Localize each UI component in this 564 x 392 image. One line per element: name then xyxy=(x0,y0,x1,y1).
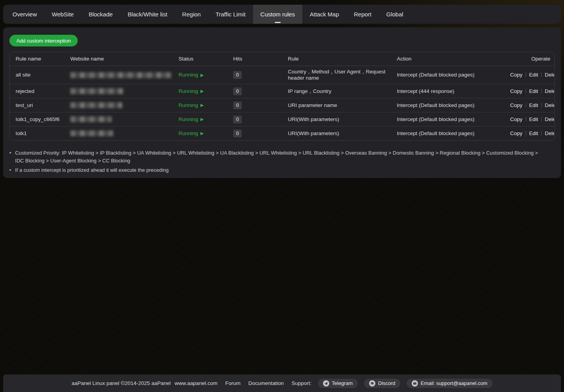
footer-links: www.aapanel.comForumDocumentation xyxy=(175,380,284,386)
tab-label: Traffic Limit xyxy=(216,11,246,18)
play-icon: ▶ xyxy=(200,117,203,121)
operate-divider xyxy=(541,117,542,121)
header-status: Status xyxy=(175,54,230,64)
edit-link[interactable]: Edit xyxy=(529,72,538,78)
notes-list: •Customized Priority: IP Whitelisting > … xyxy=(9,149,542,174)
footer-link-www-aapanel-com[interactable]: www.aapanel.com xyxy=(175,380,218,386)
note-text: Customized Priority: IP Whitelisting > I… xyxy=(15,149,542,165)
header-action: Action xyxy=(394,54,507,64)
footer-link-forum[interactable]: Forum xyxy=(225,380,241,386)
tab-label: Attack Map xyxy=(310,11,339,18)
copy-link[interactable]: Copy xyxy=(510,130,523,136)
tab-website[interactable]: WebSite xyxy=(45,5,81,24)
table-header-row: Rule name Website name Status Hits Rule … xyxy=(10,52,554,66)
tab-overview[interactable]: Overview xyxy=(5,5,45,24)
note-text: If a custom intercept is prioritized ahe… xyxy=(15,166,169,174)
website-name-redacted xyxy=(70,102,122,108)
rule-name-cell: all site xyxy=(12,70,67,80)
add-custom-interception-button[interactable]: Add custom interception xyxy=(9,35,78,46)
tab-label: Overview xyxy=(12,11,37,18)
rule-name-cell: lotk1 xyxy=(12,128,67,139)
delete-link[interactable]: Delete xyxy=(545,116,555,122)
nav-tabs: OverviewWebSiteBlockadeBlack/White listR… xyxy=(5,5,411,24)
status-label: Running xyxy=(178,130,198,137)
footer-link-documentation[interactable]: Documentation xyxy=(248,380,284,386)
website-name-redacted xyxy=(70,116,112,122)
tab-blockade[interactable]: Blockade xyxy=(81,5,120,24)
action-cell: Intercept (Default blocked pages) xyxy=(394,128,507,139)
email-pill[interactable]: Email: support@aapanel.com xyxy=(407,379,493,388)
hits-cell: 0 xyxy=(230,100,285,111)
website-name-redacted xyxy=(70,72,171,78)
rule-cell: IP range，Country xyxy=(285,86,394,96)
status-running-toggle[interactable]: Running▶ xyxy=(178,102,204,109)
copy-link[interactable]: Copy xyxy=(510,116,523,122)
copy-link[interactable]: Copy xyxy=(510,88,523,94)
website-name-cell xyxy=(67,128,175,138)
tab-custom-rules[interactable]: Custom rules xyxy=(253,5,302,24)
status-cell: Running▶ xyxy=(175,114,230,125)
footer-pills: TelegramDiscordEmail: support@aapanel.co… xyxy=(312,379,493,388)
delete-link[interactable]: Delete xyxy=(545,130,555,136)
operate-divider xyxy=(526,89,526,93)
website-name-cell xyxy=(67,86,175,96)
tab-traffic-limit[interactable]: Traffic Limit xyxy=(208,5,253,24)
rule-name-cell: rejected xyxy=(12,86,67,96)
hits-badge: 0 xyxy=(233,87,242,95)
rule-cell: Country，Method，User Agent，Request header… xyxy=(285,67,394,83)
operate-divider xyxy=(526,131,526,135)
telegram-icon xyxy=(323,380,329,387)
copy-link[interactable]: Copy xyxy=(510,102,523,108)
header-website-name: Website name xyxy=(67,54,175,64)
tab-label: Report xyxy=(354,11,371,18)
pill-label: Telegram xyxy=(332,380,353,386)
website-name-redacted xyxy=(70,130,113,136)
edit-link[interactable]: Edit xyxy=(529,102,538,108)
header-rule-name: Rule name xyxy=(12,54,67,64)
action-cell: Intercept (Default blocked pages) xyxy=(394,100,507,110)
bullet-icon: • xyxy=(9,166,11,174)
edit-link[interactable]: Edit xyxy=(529,88,538,94)
status-running-toggle[interactable]: Running▶ xyxy=(178,72,204,78)
tab-label: Global xyxy=(386,11,403,18)
telegram-pill[interactable]: Telegram xyxy=(318,379,358,388)
header-rule: Rule xyxy=(285,54,394,64)
hits-badge: 0 xyxy=(233,71,242,79)
status-running-toggle[interactable]: Running▶ xyxy=(178,116,204,123)
rule-cell: URI(With parameters) xyxy=(285,128,394,139)
operate-cell: CopyEditDelete xyxy=(507,128,555,139)
tab-attack-map[interactable]: Attack Map xyxy=(302,5,346,24)
footer-support-label: Support: xyxy=(291,380,311,386)
note-item: •If a custom intercept is prioritized ah… xyxy=(9,166,542,174)
bullet-icon: • xyxy=(9,149,11,165)
copy-link[interactable]: Copy xyxy=(510,72,523,78)
status-running-toggle[interactable]: Running▶ xyxy=(178,88,204,94)
status-running-toggle[interactable]: Running▶ xyxy=(178,130,204,137)
edit-link[interactable]: Edit xyxy=(529,116,538,122)
tab-label: Custom rules xyxy=(261,11,295,18)
discord-icon xyxy=(369,380,375,387)
status-label: Running xyxy=(178,88,198,94)
tab-region[interactable]: Region xyxy=(175,5,208,24)
table-row: lotk1_copy_c665f6Running▶0URI(With param… xyxy=(10,112,554,126)
operate-divider xyxy=(526,117,526,121)
tab-global[interactable]: Global xyxy=(379,5,411,24)
table-body: all siteRunning▶0Country，Method，User Age… xyxy=(10,66,554,140)
status-cell: Running▶ xyxy=(175,86,230,96)
hits-cell: 0 xyxy=(230,86,285,97)
status-cell: Running▶ xyxy=(175,100,230,110)
edit-link[interactable]: Edit xyxy=(529,130,538,136)
discord-pill[interactable]: Discord xyxy=(364,379,400,388)
tab-report[interactable]: Report xyxy=(346,5,379,24)
active-tab-indicator xyxy=(275,22,280,23)
rules-table: Rule name Website name Status Hits Rule … xyxy=(9,52,555,141)
tab-label: Blockade xyxy=(89,11,113,18)
waf-custom-rules-page: { "nav": { "tabs": [ {"label": "Overview… xyxy=(0,0,564,392)
email-icon xyxy=(412,380,418,387)
tab-label: WebSite xyxy=(52,11,74,18)
tab-black-white-list[interactable]: Black/White list xyxy=(120,5,175,24)
delete-link[interactable]: Delete xyxy=(545,88,555,94)
delete-link[interactable]: Delete xyxy=(545,102,555,108)
delete-link[interactable]: Delete xyxy=(545,72,555,78)
website-name-redacted xyxy=(70,88,123,94)
